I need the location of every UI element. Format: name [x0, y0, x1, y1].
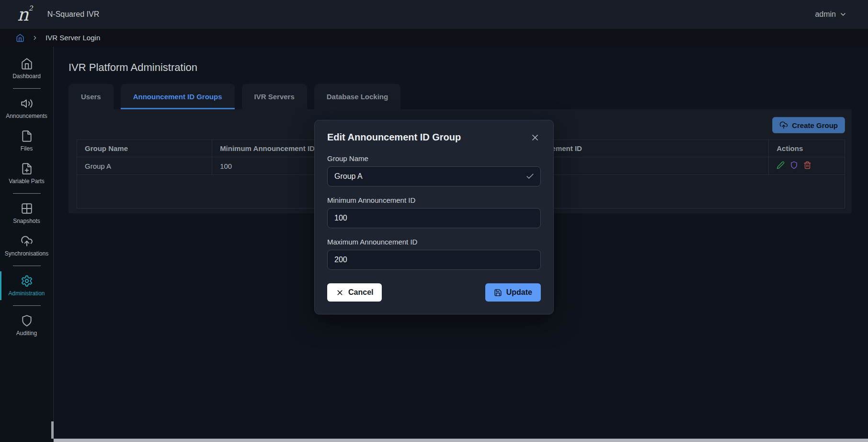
create-group-label: Create Group [792, 121, 838, 129]
row-actions [777, 161, 811, 169]
sidebar: Dashboard Announcements Files Variable P… [0, 47, 54, 442]
check-icon [525, 172, 535, 181]
chevron-right-icon [32, 35, 38, 41]
max-announcement-id-field[interactable] [327, 250, 541, 270]
edit-pencil-icon[interactable] [777, 161, 785, 169]
sidebar-item-label: Synchronisations [5, 250, 48, 257]
shield-icon[interactable] [790, 161, 798, 169]
sidebar-item-variable-parts[interactable]: Variable Parts [0, 157, 53, 190]
chevron-down-icon [839, 11, 847, 18]
sidebar-divider [13, 305, 41, 306]
page-title: IVR Platform Administration [69, 61, 868, 74]
trash-icon[interactable] [803, 161, 811, 169]
sidebar-item-auditing[interactable]: Auditing [0, 309, 53, 342]
cancel-button[interactable]: Cancel [327, 283, 382, 302]
sidebar-item-dashboard[interactable]: Dashboard [0, 52, 53, 85]
min-announcement-id-label: Minimum Announcement ID [327, 196, 541, 204]
logo-exponent: 2 [29, 5, 33, 12]
sidebar-item-label: Files [21, 145, 33, 152]
save-icon [494, 289, 502, 297]
edit-group-modal: Edit Announcement ID Group Group Name Mi… [314, 120, 554, 314]
sidebar-item-files[interactable]: Files [0, 125, 53, 157]
close-icon[interactable] [529, 132, 541, 143]
app-logo: n2 [17, 6, 33, 23]
create-group-button[interactable]: Create Group [772, 117, 845, 133]
tab-announcement-id-groups[interactable]: Announcement ID Groups [121, 84, 235, 109]
app-title: N-Squared IVR [47, 10, 100, 19]
sidebar-item-label: Administration [8, 290, 45, 297]
modal-title: Edit Announcement ID Group [327, 132, 461, 143]
file-icon [21, 130, 33, 142]
column-header-actions: Actions [769, 140, 845, 157]
home-icon [21, 58, 33, 70]
cell-actions [769, 157, 845, 175]
update-button-label: Update [506, 288, 532, 297]
home-breadcrumb-icon[interactable] [16, 34, 24, 42]
horizontal-scrollbar[interactable] [54, 439, 868, 442]
sidebar-item-label: Dashboard [12, 73, 41, 80]
cell-group-name: Group A [77, 157, 212, 175]
sidebar-divider [13, 193, 41, 194]
cancel-button-label: Cancel [348, 288, 373, 297]
tab-bar: Users Announcement ID Groups IVR Servers… [69, 84, 852, 109]
vertical-scrollbar-thumb[interactable] [51, 421, 54, 439]
x-icon [336, 289, 344, 297]
sidebar-item-announcements[interactable]: Announcements [0, 92, 53, 125]
sidebar-item-label: Announcements [6, 113, 47, 119]
sidebar-item-synchronisations[interactable]: Synchronisations [0, 230, 53, 262]
sidebar-item-label: Variable Parts [9, 178, 44, 185]
group-name-label: Group Name [327, 154, 541, 163]
breadcrumb: IVR Server Login [0, 29, 868, 47]
sidebar-divider [13, 88, 41, 89]
logo-base: n [17, 6, 29, 23]
sidebar-divider [13, 266, 41, 266]
file-plus-icon [21, 163, 33, 175]
sidebar-item-administration[interactable]: Administration [0, 269, 53, 302]
tab-database-locking[interactable]: Database Locking [314, 84, 400, 109]
gear-icon [21, 275, 33, 287]
shield-icon [21, 314, 33, 327]
max-announcement-id-label: Maximum Announcement ID [327, 238, 541, 246]
breadcrumb-current: IVR Server Login [46, 34, 100, 42]
sidebar-item-snapshots[interactable]: Snapshots [0, 197, 53, 230]
column-header-group-name: Group Name [77, 140, 212, 157]
tab-users[interactable]: Users [69, 84, 114, 109]
user-menu-label: admin [815, 10, 836, 19]
sidebar-item-label: Snapshots [13, 218, 40, 224]
topbar: n2 N-Squared IVR admin [0, 0, 868, 29]
tab-ivr-servers[interactable]: IVR Servers [242, 84, 307, 109]
sidebar-item-label: Auditing [16, 330, 37, 337]
speaker-icon [21, 97, 33, 110]
cloud-upload-icon [21, 235, 33, 247]
user-menu[interactable]: admin [815, 10, 847, 19]
min-announcement-id-field[interactable] [327, 208, 541, 228]
group-name-field[interactable] [327, 166, 541, 186]
update-button[interactable]: Update [485, 283, 541, 302]
grid-icon [21, 202, 33, 215]
cloud-upload-icon [779, 121, 788, 129]
